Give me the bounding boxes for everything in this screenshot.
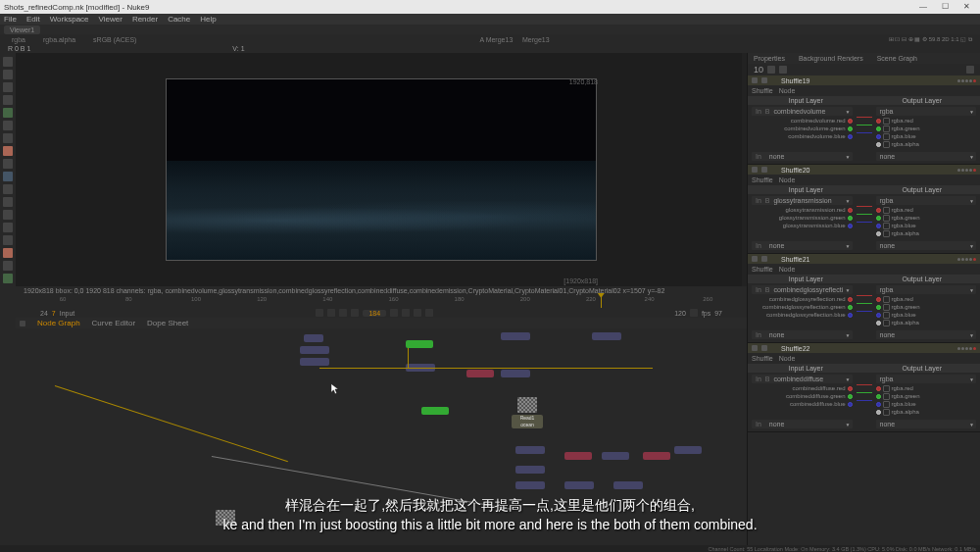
viewer-area[interactable]: 1920,818 [1920x818] bbox=[16, 53, 747, 286]
action-dot[interactable] bbox=[957, 258, 960, 261]
node-read-2[interactable] bbox=[300, 358, 329, 366]
close-button[interactable]: ✕ bbox=[956, 1, 976, 13]
tab-bg-renders[interactable]: Background Renders bbox=[799, 55, 863, 62]
action-dot[interactable] bbox=[957, 79, 960, 82]
action-dot[interactable] bbox=[961, 258, 964, 261]
node-graph[interactable]: Read1ocean bbox=[16, 328, 747, 552]
play-fwd-icon[interactable] bbox=[390, 309, 398, 317]
link-checkbox[interactable] bbox=[883, 312, 890, 319]
close-node-icon[interactable] bbox=[973, 347, 976, 350]
collapse-icon[interactable] bbox=[752, 345, 758, 351]
tool-draw-icon[interactable] bbox=[3, 70, 13, 79]
input-layer-dropdown[interactable]: In B combinedvolume▼ bbox=[752, 107, 853, 116]
link-checkbox[interactable] bbox=[883, 125, 890, 132]
out-patch-green[interactable] bbox=[876, 216, 881, 221]
node-color-icon[interactable] bbox=[761, 345, 767, 351]
tab-dope-sheet[interactable]: Dope Sheet bbox=[147, 319, 188, 327]
tool-3d-icon[interactable] bbox=[3, 172, 13, 181]
action-dot[interactable] bbox=[965, 347, 968, 350]
out-patch-blue[interactable] bbox=[876, 224, 881, 228]
in-patch-green[interactable] bbox=[848, 216, 853, 221]
tool-time-icon[interactable] bbox=[3, 82, 13, 92]
frame-end[interactable]: 97 bbox=[714, 310, 722, 317]
link-checkbox[interactable] bbox=[883, 141, 890, 148]
out-patch-blue[interactable] bbox=[876, 313, 881, 318]
timeline-ruler[interactable]: 60 80 100 120 140 160 180 200 220 240 26… bbox=[16, 296, 747, 308]
close-node-icon[interactable] bbox=[973, 258, 976, 261]
in-patch-red[interactable] bbox=[848, 208, 853, 213]
out-patch-red[interactable] bbox=[876, 386, 881, 391]
action-dot[interactable] bbox=[957, 347, 960, 350]
in-patch-red[interactable] bbox=[848, 119, 853, 124]
collapse-icon[interactable] bbox=[752, 256, 758, 262]
out-patch-green[interactable] bbox=[876, 394, 881, 399]
action-dot[interactable] bbox=[961, 347, 964, 350]
loop-icon[interactable] bbox=[425, 309, 433, 317]
tool-metadata-icon[interactable] bbox=[3, 223, 13, 232]
node-title-bar[interactable]: Shuffle21 bbox=[748, 254, 980, 264]
menu-cache[interactable]: Cache bbox=[168, 15, 190, 24]
in-patch-blue[interactable] bbox=[848, 402, 853, 407]
step-back-icon[interactable] bbox=[327, 309, 335, 317]
input-layer-dropdown[interactable]: In B glossytransmission▼ bbox=[752, 196, 853, 205]
tool-filter-icon[interactable] bbox=[3, 121, 13, 130]
viewer-b-source[interactable]: Merge13 bbox=[522, 36, 550, 43]
action-dot[interactable] bbox=[969, 347, 972, 350]
out-patch-red[interactable] bbox=[876, 297, 881, 302]
out-patch-red[interactable] bbox=[876, 208, 881, 213]
node-dot-2[interactable] bbox=[592, 332, 621, 340]
roi-indicator[interactable]: R 0 B 1 bbox=[8, 45, 30, 52]
skip-start-icon[interactable] bbox=[316, 309, 323, 317]
lock-icon[interactable] bbox=[767, 66, 775, 74]
node-title-bar[interactable]: Shuffle20 bbox=[748, 165, 980, 175]
action-dot[interactable] bbox=[965, 169, 968, 172]
link-checkbox[interactable] bbox=[883, 296, 890, 303]
node-cluster-h[interactable] bbox=[564, 481, 594, 489]
stop-icon[interactable] bbox=[351, 309, 359, 317]
out-patch-blue[interactable] bbox=[876, 134, 881, 139]
close-all-icon[interactable] bbox=[966, 66, 974, 74]
node-cluster-a[interactable] bbox=[515, 446, 545, 454]
action-dot[interactable] bbox=[965, 258, 968, 261]
link-checkbox[interactable] bbox=[883, 223, 890, 229]
viewer-scrollbar[interactable] bbox=[742, 53, 747, 286]
node-read-1[interactable] bbox=[300, 346, 329, 354]
node-title-bar[interactable]: Shuffle19 bbox=[748, 75, 980, 85]
node-color-icon[interactable] bbox=[761, 256, 767, 262]
node-cluster-d[interactable] bbox=[643, 452, 670, 460]
node-cluster-e[interactable] bbox=[674, 446, 702, 454]
fps-left[interactable]: 7 bbox=[52, 310, 56, 317]
panel-lock-icon[interactable] bbox=[20, 321, 25, 326]
in-patch-red[interactable] bbox=[848, 297, 853, 302]
node-cluster-c[interactable] bbox=[602, 452, 629, 460]
link-checkbox[interactable] bbox=[883, 230, 890, 237]
collapse-icon[interactable] bbox=[752, 77, 758, 83]
tool-views-icon[interactable] bbox=[3, 210, 13, 220]
out-patch-white[interactable] bbox=[876, 410, 881, 415]
collapse-icon[interactable] bbox=[752, 167, 758, 173]
tool-channel-icon[interactable] bbox=[3, 95, 13, 105]
tab-curve-editor[interactable]: Curve Editor bbox=[92, 319, 135, 327]
node-cluster-i[interactable] bbox=[613, 481, 643, 489]
output-none-dropdown[interactable]: none▼ bbox=[876, 420, 977, 428]
node-read-label[interactable]: Read1ocean bbox=[512, 415, 543, 428]
in-patch-green[interactable] bbox=[848, 394, 853, 399]
node-cluster-b[interactable] bbox=[564, 452, 592, 460]
input-none-dropdown[interactable]: In none▼ bbox=[752, 330, 853, 339]
input-dropdown[interactable]: Input bbox=[60, 310, 75, 317]
input-none-dropdown[interactable]: In none▼ bbox=[752, 241, 853, 250]
menu-workspace[interactable]: Workspace bbox=[50, 15, 89, 24]
channel-rgba[interactable]: rgba bbox=[8, 36, 29, 43]
frame-end-marker[interactable]: 120 bbox=[674, 310, 686, 317]
cache-icon[interactable] bbox=[690, 309, 698, 317]
close-node-icon[interactable] bbox=[973, 79, 976, 82]
tool-merge-icon[interactable] bbox=[3, 146, 13, 156]
channel-alpha[interactable]: rgba.alpha bbox=[39, 36, 79, 43]
in-patch-blue[interactable] bbox=[848, 224, 853, 228]
node-merge-2[interactable] bbox=[501, 370, 530, 377]
menu-viewer[interactable]: Viewer bbox=[99, 15, 122, 24]
output-none-dropdown[interactable]: none▼ bbox=[876, 152, 977, 161]
close-node-icon[interactable] bbox=[973, 169, 976, 172]
action-dot[interactable] bbox=[969, 79, 972, 82]
tool-keyer-icon[interactable] bbox=[3, 133, 13, 143]
